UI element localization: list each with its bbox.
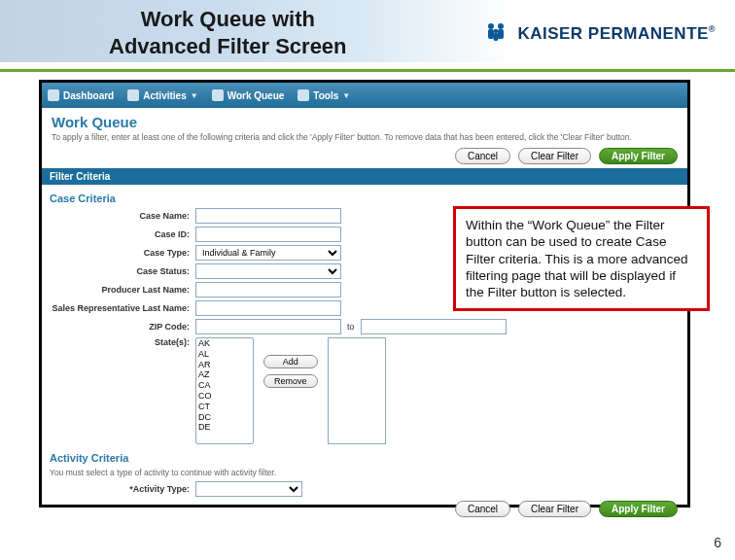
case-criteria-header: Case Criteria (50, 192, 687, 204)
brand-logo: KAISER PERMANENTE (484, 21, 716, 47)
activity-criteria-note: You must select a type of activity to co… (50, 468, 687, 477)
producer-last-input[interactable] (195, 282, 341, 298)
clear-filter-button[interactable]: Clear Filter (518, 148, 591, 164)
nav-dashboard-label: Dashboard (63, 90, 114, 101)
cancel-button[interactable]: Cancel (455, 148, 510, 164)
cancel-button[interactable]: Cancel (455, 501, 510, 517)
nav-activities-label: Activities (143, 90, 186, 101)
zip-label: ZIP Code: (50, 322, 195, 332)
dashboard-icon (48, 89, 59, 101)
nav-activities[interactable]: Activities▼ (127, 89, 197, 101)
filter-criteria-header: Filter Criteria (42, 168, 687, 185)
header-underline (0, 69, 735, 72)
activity-criteria-header: Activity Criteria (50, 452, 687, 464)
apply-filter-button[interactable]: Apply Filter (599, 501, 678, 517)
remove-state-button[interactable]: Remove (263, 374, 318, 388)
svg-point-0 (488, 23, 494, 29)
states-available-list[interactable]: AKALARAZCACOCTDCDE (195, 337, 254, 444)
brand-name: KAISER PERMANENTE (517, 24, 716, 44)
case-status-select[interactable] (195, 263, 341, 279)
app-navbar: Dashboard Activities▼ Work Queue Tools▼ (42, 83, 687, 108)
brand-people-icon (484, 21, 509, 47)
slide-header: Work Queue with Advanced Filter Screen K… (0, 0, 735, 72)
case-id-input[interactable] (195, 227, 341, 242)
activities-icon (127, 89, 139, 101)
nav-tools[interactable]: Tools▼ (298, 89, 350, 101)
case-type-label: Case Type: (50, 248, 195, 258)
case-name-input[interactable] (195, 208, 341, 224)
page-description: To apply a filter, enter at least one of… (52, 132, 678, 142)
chevron-down-icon: ▼ (191, 91, 198, 100)
zip-from-input[interactable] (195, 319, 341, 334)
activity-type-label: *Activity Type: (50, 484, 195, 494)
clear-filter-button[interactable]: Clear Filter (518, 501, 591, 517)
sales-rep-last-input[interactable] (195, 300, 341, 316)
tools-icon (298, 89, 309, 101)
slide-title: Work Queue with Advanced Filter Screen (109, 6, 347, 59)
zip-to-label: to (347, 322, 355, 332)
states-label: State(s): (50, 337, 195, 347)
svg-rect-3 (498, 29, 504, 39)
nav-work-queue-label: Work Queue (228, 90, 285, 101)
page-title: Work Queue (52, 114, 678, 130)
svg-rect-1 (488, 29, 494, 39)
svg-point-2 (498, 23, 504, 29)
case-name-label: Case Name: (50, 211, 195, 221)
sales-rep-last-label: Sales Representative Last Name: (50, 303, 195, 313)
work-queue-icon (212, 89, 224, 101)
chevron-down-icon: ▼ (342, 91, 350, 100)
page-number: 6 (714, 535, 721, 550)
activity-type-select[interactable] (195, 481, 302, 497)
svg-point-4 (494, 29, 498, 33)
zip-to-input[interactable] (361, 319, 507, 334)
callout-box: Within the “Work Queue” the Filter butto… (453, 206, 710, 311)
case-status-label: Case Status: (50, 266, 195, 276)
nav-dashboard[interactable]: Dashboard (48, 89, 114, 101)
producer-last-label: Producer Last Name: (50, 285, 195, 295)
states-selected-list[interactable] (328, 337, 386, 444)
svg-rect-5 (494, 33, 499, 41)
slide-title-line2: Advanced Filter Screen (109, 34, 347, 58)
case-id-label: Case ID: (50, 229, 195, 239)
apply-filter-button[interactable]: Apply Filter (599, 148, 678, 164)
add-state-button[interactable]: Add (263, 355, 318, 368)
nav-work-queue[interactable]: Work Queue (212, 89, 285, 101)
bottom-button-row: Cancel Clear Filter Apply Filter (42, 501, 678, 517)
top-button-row: Cancel Clear Filter Apply Filter (42, 148, 678, 164)
slide-title-line1: Work Queue with (141, 7, 315, 31)
case-type-select[interactable]: Individual & Family (195, 245, 341, 261)
nav-tools-label: Tools (313, 90, 338, 101)
